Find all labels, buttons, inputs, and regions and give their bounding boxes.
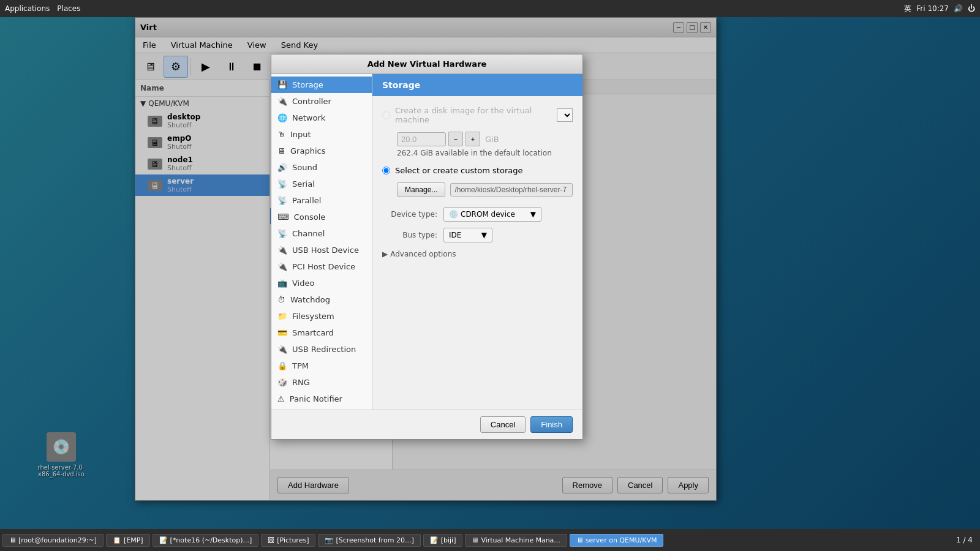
advanced-options-row[interactable]: ▶ Advanced options (382, 250, 573, 258)
dialog-finish-button[interactable]: Finish (530, 416, 573, 433)
dialog-watchdog-label: Watchdog (290, 295, 330, 304)
storage-format-select[interactable] (557, 108, 573, 122)
power-icon[interactable]: ⏻ (968, 4, 975, 13)
dialog-graphics-label: Graphics (290, 146, 325, 156)
device-type-label: Device type: (382, 210, 437, 219)
size-input[interactable] (397, 132, 446, 146)
dialog-sound-label: Sound (292, 163, 317, 172)
dialog-usbhost-icon: 🔌 (277, 246, 287, 255)
taskbar-emp-icon: 📋 (113, 536, 121, 544)
device-type-select[interactable]: 💿 CDROM device ▼ (443, 207, 541, 222)
dialog-console-icon: ⌨ (277, 212, 289, 222)
bus-type-select[interactable]: IDE ▼ (443, 228, 492, 242)
device-type-row: Device type: 💿 CDROM device ▼ (382, 207, 573, 222)
dialog-watchdog-icon: ⏱ (277, 295, 285, 304)
dialog-section-header: Storage (372, 74, 582, 96)
taskbar-item-screenshot[interactable]: 📷 [Screenshot from 20...] (318, 534, 420, 547)
dialog-storage-label: Storage (292, 80, 323, 89)
lang-indicator: 英 (904, 4, 911, 14)
dialog-item-panic[interactable]: ⚠ Panic Notifier (271, 391, 372, 407)
bus-type-label: Bus type: (382, 231, 437, 239)
dialog-item-input[interactable]: 🖱 Input (271, 126, 372, 143)
taskbar-item-terminal[interactable]: 🖥 [root@foundation29:~] (2, 534, 104, 547)
dialog-item-watchdog[interactable]: ⏱ Watchdog (271, 291, 372, 308)
dialog-sound-icon: 🔊 (277, 163, 287, 172)
dialog-controller-icon: 🔌 (277, 97, 287, 106)
device-type-icon: 💿 (449, 210, 458, 219)
dialog-pcihost-icon: 🔌 (277, 262, 287, 271)
dialog-usbredir-label: USB Redirection (292, 345, 356, 354)
radio-create-disk[interactable] (382, 111, 390, 119)
taskbar: 🖥 [root@foundation29:~] 📋 [EMP] 📝 [*note… (0, 529, 980, 551)
dialog-network-label: Network (292, 113, 325, 122)
taskbar-emp-label: [EMP] (124, 536, 143, 544)
dialog-item-sound[interactable]: 🔊 Sound (271, 159, 372, 176)
dialog-smartcard-icon: 💳 (277, 328, 287, 337)
dialog-item-controller[interactable]: 🔌 Controller (271, 93, 372, 110)
taskbar-item-server-kvm[interactable]: 🖥 server on QEMU/KVM (570, 534, 664, 547)
radio-row-2: Select or create custom storage (382, 166, 573, 175)
taskbar-virtmgr-label: Virtual Machine Mana... (481, 536, 560, 544)
dialog-footer: Cancel Finish (271, 410, 582, 439)
bus-type-value: IDE (449, 231, 461, 239)
advanced-chevron: ▶ (382, 250, 388, 258)
dialog-item-pci-host[interactable]: 🔌 PCI Host Device (271, 258, 372, 275)
dialog-hw-list: 💾 Storage 🔌 Controller 🌐 Network 🖱 Input… (271, 74, 372, 410)
places-menu[interactable]: Places (57, 4, 80, 13)
dialog-item-smartcard[interactable]: 💳 Smartcard (271, 324, 372, 341)
vol-icon: 🔊 (954, 4, 963, 13)
taskbar-pictures-icon: 🖼 (268, 536, 274, 544)
taskbar-item-emp[interactable]: 📋 [EMP] (106, 534, 150, 547)
taskbar-item-virt-mgr[interactable]: 🖥 Virtual Machine Mana... (465, 534, 567, 547)
top-panel-left: Applications Places (5, 4, 80, 13)
dialog-item-storage[interactable]: 💾 Storage (271, 77, 372, 93)
bus-type-row: Bus type: IDE ▼ (382, 228, 573, 242)
dialog-item-rng[interactable]: 🎲 RNG (271, 374, 372, 391)
dialog-item-graphics[interactable]: 🖥 Graphics (271, 143, 372, 159)
taskbar-serverkvm-label: server on QEMU/KVM (586, 536, 657, 544)
dialog-usbredir-icon: 🔌 (277, 345, 287, 354)
dialog-controller-label: Controller (292, 97, 331, 106)
size-decrement-btn[interactable]: − (448, 132, 463, 146)
dialog-item-console[interactable]: ⌨ Console (271, 209, 372, 225)
dialog-console-label: Console (294, 212, 326, 222)
dialog-item-parallel[interactable]: 📡 Parallel (271, 192, 372, 209)
dialog-item-filesystem[interactable]: 📁 Filesystem (271, 308, 372, 324)
applications-menu[interactable]: Applications (5, 4, 50, 13)
dialog-item-usb-redir[interactable]: 🔌 USB Redirection (271, 341, 372, 358)
dialog-panic-icon: ⚠ (277, 394, 285, 403)
taskbar-screenshot-label: [Screenshot from 20...] (336, 536, 413, 544)
advanced-label: Advanced options (390, 250, 456, 258)
size-increment-btn[interactable]: + (466, 132, 480, 146)
radio-row-1: Create a disk image for the virtual mach… (382, 106, 573, 124)
dialog-tpm-icon: 🔒 (277, 361, 287, 370)
manage-button[interactable]: Manage... (397, 182, 445, 197)
taskbar-item-biji[interactable]: 📝 [biji] (423, 534, 463, 547)
dialog-item-usb-host[interactable]: 🔌 USB Host Device (271, 242, 372, 258)
radio-custom-storage[interactable] (382, 167, 390, 174)
taskbar-screenshot-icon: 📷 (325, 536, 333, 544)
dialog-item-video[interactable]: 📺 Video (271, 275, 372, 291)
dialog-body: 💾 Storage 🔌 Controller 🌐 Network 🖱 Input… (271, 74, 582, 410)
dialog-item-tpm[interactable]: 🔒 TPM (271, 358, 372, 374)
taskbar-serverkvm-icon: 🖥 (576, 536, 583, 544)
top-panel-right: 英 Fri 10:27 🔊 ⏻ (904, 4, 975, 14)
dialog-item-network[interactable]: 🌐 Network (271, 110, 372, 126)
dialog-channel-label: Channel (292, 229, 325, 238)
dialog-item-channel[interactable]: 📡 Channel (271, 225, 372, 242)
taskbar-item-pictures[interactable]: 🖼 [Pictures] (261, 534, 315, 547)
dialog-title: Add New Virtual Hardware (368, 59, 487, 69)
dialog-network-icon: 🌐 (277, 113, 287, 122)
dialog-cancel-button[interactable]: Cancel (480, 416, 526, 433)
dialog-content: Create a disk image for the virtual mach… (372, 96, 582, 410)
dialog-item-serial[interactable]: 📡 Serial (271, 176, 372, 192)
manage-row: Manage... (397, 182, 573, 197)
taskbar-pictures-label: [Pictures] (277, 536, 309, 544)
dialog-usbhost-label: USB Host Device (292, 246, 359, 255)
taskbar-page-indicator: 1 / 4 (956, 536, 978, 544)
path-input[interactable] (450, 183, 573, 197)
taskbar-item-note16[interactable]: 📝 [*note16 (~/Desktop)...] (153, 534, 259, 547)
dialog-input-icon: 🖱 (277, 130, 285, 139)
dialog-smartcard-label: Smartcard (292, 328, 334, 337)
dialog-tpm-label: TPM (292, 361, 309, 370)
